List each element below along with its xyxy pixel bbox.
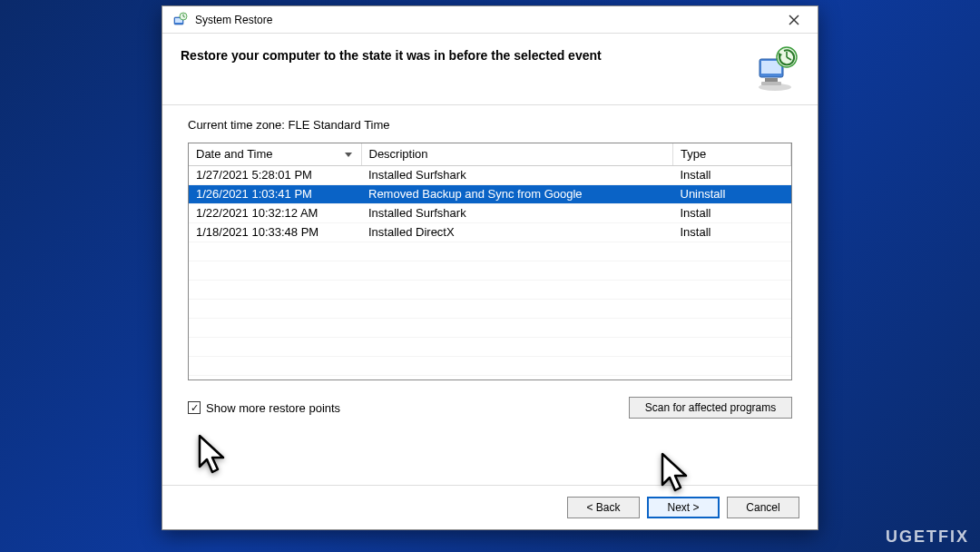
table-row: [189, 356, 791, 375]
show-more-checkbox[interactable]: ✓ Show more restore points: [188, 401, 340, 415]
close-button[interactable]: [776, 8, 812, 32]
system-restore-icon: [172, 12, 188, 28]
svg-rect-9: [761, 82, 781, 85]
table-cell: Installed Surfshark: [361, 165, 673, 184]
watermark-text: UGETFIX: [886, 527, 969, 547]
table-row: [189, 280, 791, 299]
table-cell: Install: [673, 222, 791, 242]
close-icon: [789, 15, 799, 25]
wizard-content: Current time zone: FLE Standard Time Dat…: [162, 105, 818, 485]
column-header-date[interactable]: Date and Time: [189, 143, 361, 165]
checkbox-icon: ✓: [188, 401, 201, 414]
table-cell: Install: [673, 165, 791, 184]
column-header-type[interactable]: Type: [673, 143, 791, 165]
table-row[interactable]: 1/26/2021 1:03:41 PMRemoved Backup and S…: [189, 184, 791, 203]
timezone-label: Current time zone: FLE Standard Time: [188, 118, 792, 132]
titlebar: System Restore: [162, 6, 818, 34]
table-cell: Installed Surfshark: [361, 203, 673, 222]
table-row: [189, 337, 791, 356]
table-row: [189, 299, 791, 318]
table-row: [189, 318, 791, 337]
wizard-button-bar: < Back Next > Cancel: [162, 485, 818, 529]
table-cell: Install: [673, 203, 791, 222]
show-more-label: Show more restore points: [206, 401, 340, 415]
below-table-row: ✓ Show more restore points Scan for affe…: [188, 397, 792, 419]
svg-rect-8: [765, 78, 778, 82]
system-restore-dialog: System Restore Restore your computer to …: [162, 5, 818, 530]
table-cell: 1/27/2021 5:28:01 PM: [189, 165, 361, 184]
table-row: [189, 261, 791, 280]
cancel-button[interactable]: Cancel: [727, 497, 799, 518]
table-row[interactable]: 1/18/2021 10:33:48 PMInstalled DirectXIn…: [189, 222, 791, 242]
next-button[interactable]: Next >: [647, 497, 720, 518]
table-cell: Installed DirectX: [361, 222, 673, 242]
system-restore-large-icon: [750, 44, 799, 94]
table-cell: 1/22/2021 10:32:12 AM: [189, 203, 361, 222]
table-cell: Removed Backup and Sync from Google: [361, 184, 673, 203]
table-row[interactable]: 1/27/2021 5:28:01 PMInstalled SurfsharkI…: [189, 165, 791, 184]
restore-points-table[interactable]: Date and Time Description Type 1/27/2021…: [188, 143, 792, 380]
wizard-header: Restore your computer to the state it wa…: [162, 34, 818, 101]
back-button[interactable]: < Back: [567, 497, 640, 518]
scan-affected-button[interactable]: Scan for affected programs: [629, 397, 792, 419]
table-row: [189, 242, 791, 261]
table-cell: Uninstall: [673, 184, 791, 203]
wizard-heading: Restore your computer to the state it wa…: [181, 44, 750, 63]
table-row[interactable]: 1/22/2021 10:32:12 AMInstalled Surfshark…: [189, 203, 791, 222]
column-header-description[interactable]: Description: [361, 143, 673, 165]
window-title: System Restore: [195, 14, 776, 26]
table-cell: 1/26/2021 1:03:41 PM: [189, 184, 361, 203]
table-cell: 1/18/2021 10:33:48 PM: [189, 222, 361, 242]
